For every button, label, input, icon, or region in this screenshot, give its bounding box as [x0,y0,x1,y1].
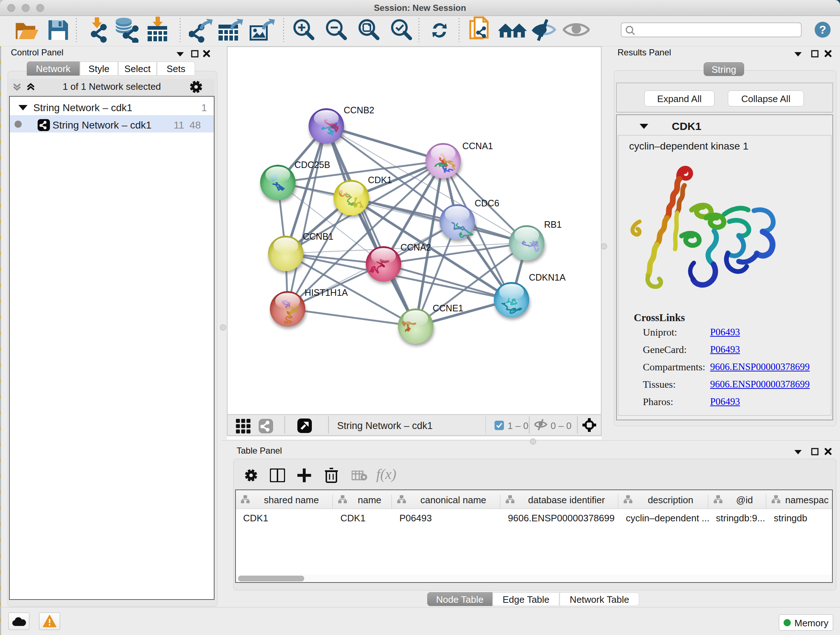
svg-text:CDC6: CDC6 [475,198,499,208]
svg-text:CDC25B: CDC25B [294,160,330,170]
svg-text:CDK1: CDK1 [368,175,392,185]
svg-text:CCNB1: CCNB1 [303,231,333,241]
svg-text:CCNB2: CCNB2 [344,105,374,115]
svg-text:HIST1H1A: HIST1H1A [305,287,348,298]
svg-text:CCNA2: CCNA2 [401,242,431,252]
svg-text:CCNE1: CCNE1 [433,303,463,313]
svg-text:RB1: RB1 [544,219,562,230]
svg-text:CCNA1: CCNA1 [462,141,493,151]
svg-text:CDKN1A: CDKN1A [529,272,566,282]
